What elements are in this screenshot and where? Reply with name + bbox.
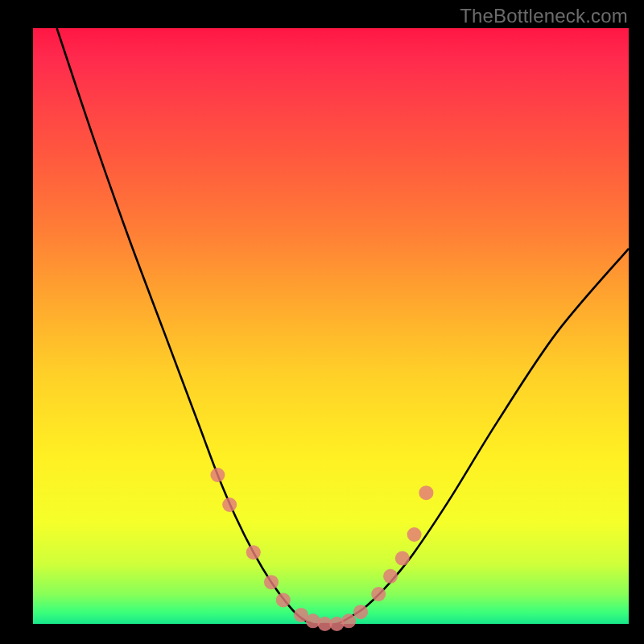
plot-area bbox=[33, 28, 629, 624]
curve-marker bbox=[341, 613, 356, 628]
chart-stage: TheBottleneck.com bbox=[0, 0, 644, 644]
curve-markers bbox=[210, 468, 433, 631]
curve-marker bbox=[383, 569, 398, 584]
curve-marker bbox=[407, 527, 422, 542]
curve-marker bbox=[419, 485, 433, 500]
curve-marker bbox=[395, 551, 410, 566]
bottleneck-curve-svg bbox=[33, 28, 629, 624]
curve-marker bbox=[371, 587, 386, 601]
curve-marker bbox=[353, 605, 368, 619]
attribution-text: TheBottleneck.com bbox=[460, 5, 628, 27]
curve-marker bbox=[222, 497, 237, 512]
bottleneck-curve bbox=[57, 28, 629, 625]
curve-marker bbox=[246, 545, 261, 559]
curve-marker bbox=[210, 468, 225, 482]
curve-marker bbox=[276, 592, 291, 607]
curve-marker bbox=[264, 575, 279, 589]
